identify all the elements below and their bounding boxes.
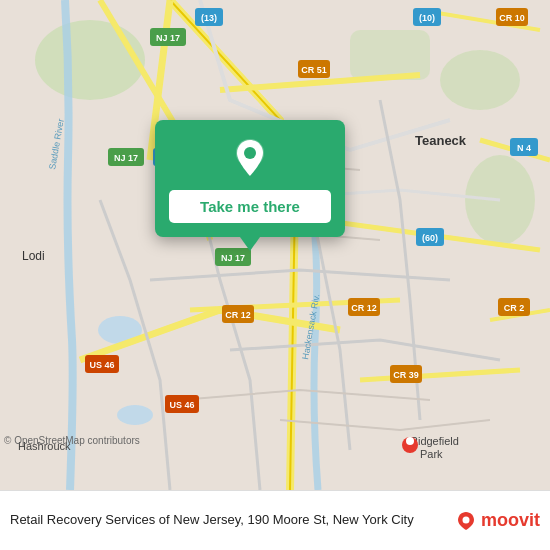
moovit-brand-text: moovit: [481, 510, 540, 531]
svg-point-51: [462, 516, 469, 523]
svg-text:US 46: US 46: [89, 360, 114, 370]
svg-point-2: [440, 50, 520, 110]
svg-text:NJ 17: NJ 17: [114, 153, 138, 163]
svg-point-47: [406, 437, 414, 445]
svg-text:CR 10: CR 10: [499, 13, 525, 23]
svg-text:US 46: US 46: [169, 400, 194, 410]
svg-text:Park: Park: [420, 448, 443, 460]
moovit-logo: moovit: [455, 510, 540, 532]
location-text: Retail Recovery Services of New Jersey, …: [10, 512, 447, 529]
svg-point-50: [244, 147, 256, 159]
svg-text:CR 51: CR 51: [301, 65, 327, 75]
svg-text:Teaneck: Teaneck: [415, 133, 467, 148]
svg-point-6: [117, 405, 153, 425]
svg-text:CR 39: CR 39: [393, 370, 419, 380]
svg-text:(13): (13): [201, 13, 217, 23]
svg-text:N 4: N 4: [517, 143, 531, 153]
svg-text:CR 2: CR 2: [504, 303, 525, 313]
svg-text:Lodi: Lodi: [22, 249, 45, 263]
svg-text:(60): (60): [422, 233, 438, 243]
svg-text:(10): (10): [419, 13, 435, 23]
map-container[interactable]: NJ 17 NJ 17 NJ 17 (13) (13) (10) CR 51 C…: [0, 0, 550, 490]
location-pin-icon: [228, 136, 272, 180]
svg-point-1: [35, 20, 145, 100]
svg-text:CR 12: CR 12: [225, 310, 251, 320]
map-attribution: © OpenStreetMap contributors: [4, 435, 140, 446]
bottom-bar: Retail Recovery Services of New Jersey, …: [0, 490, 550, 550]
svg-text:NJ 17: NJ 17: [221, 253, 245, 263]
svg-text:NJ 17: NJ 17: [156, 33, 180, 43]
moovit-pin-icon: [455, 510, 477, 532]
take-me-there-button[interactable]: Take me there: [169, 190, 331, 223]
svg-text:CR 12: CR 12: [351, 303, 377, 313]
popup-card: Take me there: [155, 120, 345, 237]
